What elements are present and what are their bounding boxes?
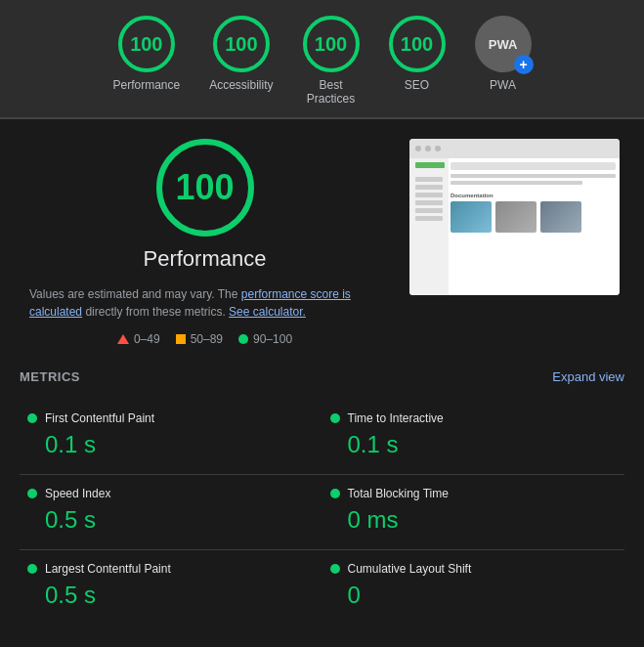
pwa-badge: PWA +: [475, 16, 532, 72]
score-bar: 100 Performance 100 Accessibility 100 Be…: [0, 0, 644, 118]
metric-item-lcp: Largest Contentful Paint 0.5 s: [20, 550, 322, 625]
seo-circle: 100: [389, 16, 446, 72]
mockup-dot-1: [415, 146, 421, 151]
pwa-text: PWA: [489, 37, 518, 52]
si-value: 0.5 s: [27, 506, 315, 534]
mockup-images: [451, 201, 616, 233]
accessibility-score: 100: [225, 33, 257, 56]
orange-square-icon: [176, 334, 186, 344]
mockup-dot-3: [435, 146, 441, 151]
left-panel: 100 Performance Values are estimated and…: [20, 139, 390, 346]
fcp-label: First Contentful Paint: [45, 411, 154, 425]
values-note: Values are estimated and may vary. The p…: [20, 285, 390, 321]
mockup-nav-6: [415, 216, 443, 221]
mockup-line-2: [451, 181, 582, 185]
note-text: Values are estimated and may vary. The: [29, 287, 237, 301]
screenshot-panel: Documentation: [409, 139, 624, 346]
metric-item-tti: Time to Interactive 0.1 s: [322, 400, 625, 475]
mockup-header: [451, 162, 616, 170]
mockup-nav-5: [415, 208, 443, 213]
legend-range-orange: 50–89: [191, 332, 223, 346]
metric-item-cls: Cumulative Layout Shift 0: [322, 550, 625, 625]
big-score-circle: 100: [156, 139, 254, 237]
mockup-line-1: [451, 174, 616, 178]
lcp-value: 0.5 s: [27, 582, 315, 609]
mockup-nav-logo: [415, 162, 445, 168]
tti-value: 0.1 s: [330, 431, 618, 458]
accessibility-circle: 100: [213, 16, 270, 72]
metric-name-fcp: First Contentful Paint: [27, 411, 315, 425]
si-dot: [27, 489, 37, 498]
mockup-top-bar: [409, 139, 620, 158]
lcp-label: Largest Contentful Paint: [45, 562, 171, 576]
accessibility-label: Accessibility: [209, 78, 273, 92]
mockup-img-1: [451, 201, 492, 233]
mockup-dot-2: [425, 146, 431, 151]
best-practices-circle: 100: [303, 16, 360, 72]
mockup-nav-1: [415, 177, 443, 182]
lcp-dot: [27, 564, 37, 574]
metric-name-si: Speed Index: [27, 487, 315, 500]
expand-view-button[interactable]: Expand view: [552, 369, 624, 384]
mockup-content: Documentation: [451, 162, 616, 233]
tti-dot: [330, 413, 340, 423]
mockup-text-lines: [451, 174, 616, 185]
main-performance-title: Performance: [144, 246, 267, 272]
top-section: 100 Performance Values are estimated and…: [20, 139, 624, 346]
metrics-grid: First Contentful Paint 0.1 s Time to Int…: [20, 400, 624, 625]
performance-circle: 100: [118, 16, 175, 72]
score-item-best-practices[interactable]: 100 BestPractices: [303, 16, 360, 106]
green-dot-icon: [238, 334, 248, 344]
tbt-label: Total Blocking Time: [348, 487, 449, 500]
metric-item-tbt: Total Blocking Time 0 ms: [322, 475, 625, 550]
legend: 0–49 50–89 90–100: [117, 332, 292, 346]
score-item-seo[interactable]: 100 SEO: [389, 16, 446, 92]
metric-item-fcp: First Contentful Paint 0.1 s: [20, 400, 322, 475]
legend-item-orange: 50–89: [176, 332, 223, 346]
seo-label: SEO: [405, 78, 429, 92]
pwa-label: PWA: [490, 78, 516, 92]
calculator-link[interactable]: See calculator.: [229, 305, 306, 319]
mockup-nav-3: [415, 193, 443, 197]
performance-score: 100: [130, 33, 162, 56]
legend-range-green: 90–100: [253, 332, 292, 346]
cls-dot: [330, 564, 340, 574]
mockup-section-label: Documentation: [451, 193, 616, 198]
metric-name-cls: Cumulative Layout Shift: [330, 562, 618, 576]
metrics-title: METRICS: [20, 369, 80, 384]
si-label: Speed Index: [45, 487, 110, 500]
big-score-value: 100: [175, 167, 234, 208]
metric-name-tbt: Total Blocking Time: [330, 487, 618, 500]
cls-label: Cumulative Layout Shift: [348, 562, 472, 576]
score-item-accessibility[interactable]: 100 Accessibility: [209, 16, 273, 92]
main-content: 100 Performance Values are estimated and…: [0, 119, 644, 644]
fcp-value: 0.1 s: [27, 431, 315, 458]
score-item-pwa[interactable]: PWA + PWA: [475, 16, 532, 92]
mockup-img-2: [495, 201, 537, 233]
tbt-value: 0 ms: [330, 506, 618, 534]
legend-item-red: 0–49: [117, 332, 160, 346]
best-practices-score: 100: [315, 33, 347, 56]
pwa-plus-icon: +: [514, 55, 534, 74]
metrics-section: METRICS Expand view First Contentful Pai…: [20, 366, 624, 625]
mockup-body: Documentation: [409, 158, 620, 295]
fcp-dot: [27, 413, 37, 423]
red-triangle-icon: [117, 334, 129, 344]
mockup-sidebar: [409, 158, 449, 295]
tti-label: Time to Interactive: [348, 411, 444, 425]
performance-label: Performance: [112, 78, 180, 92]
mockup-img-3: [540, 201, 581, 233]
mockup-nav-4: [415, 200, 443, 205]
tbt-dot: [330, 489, 340, 498]
metric-name-lcp: Largest Contentful Paint: [27, 562, 315, 576]
legend-range-red: 0–49: [134, 332, 160, 346]
best-practices-label: BestPractices: [307, 78, 355, 106]
legend-item-green: 90–100: [238, 332, 292, 346]
metrics-header: METRICS Expand view: [20, 366, 624, 384]
metric-name-tti: Time to Interactive: [330, 411, 618, 425]
metric-item-si: Speed Index 0.5 s: [20, 475, 322, 550]
cls-value: 0: [330, 582, 618, 609]
score-item-performance[interactable]: 100 Performance: [112, 16, 180, 92]
seo-score: 100: [401, 33, 433, 56]
note-middle: directly from these metrics.: [85, 305, 225, 319]
